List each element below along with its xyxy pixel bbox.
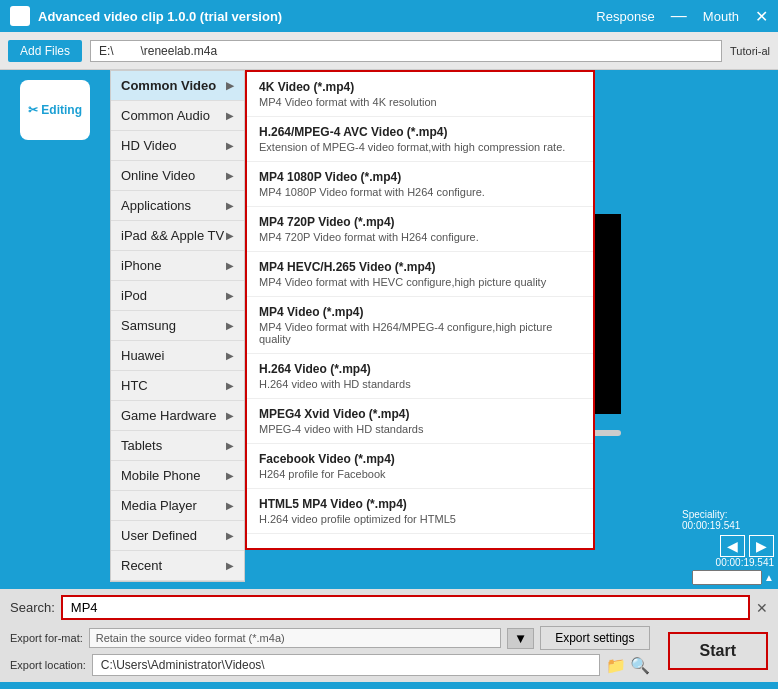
category-label: Tablets (121, 438, 162, 453)
category-item-common-video[interactable]: Common Video▶ (111, 71, 244, 101)
category-label: Huawei (121, 348, 164, 363)
category-label: iPhone (121, 258, 161, 273)
category-label: Online Video (121, 168, 195, 183)
category-arrow: ▶ (226, 380, 234, 391)
location-row: Export location: 📁 🔍 (10, 654, 650, 676)
title-bar: Advanced video clip 1.0.0 (trial version… (0, 0, 778, 32)
category-arrow: ▶ (226, 200, 234, 211)
format-item[interactable]: HTML5 MP4 Video (*.mp4)H.264 video profi… (247, 489, 593, 534)
format-desc: H264 profile for Facebook (259, 468, 581, 480)
category-item-ipad-apple-tv[interactable]: iPad && Apple TV▶ (111, 221, 244, 251)
category-item-applications[interactable]: Applications▶ (111, 191, 244, 221)
category-label: HTC (121, 378, 148, 393)
format-title: H.264 Video (*.mp4) (259, 362, 581, 376)
zoom-in-btn[interactable]: ▶ (749, 535, 774, 557)
format-item[interactable]: Facebook Video (*.mp4)H264 profile for F… (247, 444, 593, 489)
format-item[interactable]: MP4 HEVC/H.265 Video (*.mp4)MP4 Video fo… (247, 252, 593, 297)
logo-text: ✂ Editing (28, 103, 82, 117)
format-desc: H.264 video profile optimized for HTML5 (259, 513, 581, 525)
format-item[interactable]: MP4 Video (*.mp4)MP4 Video format with H… (247, 297, 593, 354)
search-clear-button[interactable]: ✕ (756, 600, 768, 616)
format-item[interactable]: H.264/MPEG-4 AVC Video (*.mp4)Extension … (247, 117, 593, 162)
category-item-samsung[interactable]: Samsung▶ (111, 311, 244, 341)
format-title: 4K Video (*.mp4) (259, 80, 581, 94)
app-title: Advanced video clip 1.0.0 (trial version… (38, 9, 282, 24)
search-location-button[interactable]: 🔍 (630, 656, 650, 675)
format-title: MP4 HEVC/H.265 Video (*.mp4) (259, 260, 581, 274)
category-arrow: ▶ (226, 530, 234, 541)
category-item-mobile-phone[interactable]: Mobile Phone▶ (111, 461, 244, 491)
export-settings-button[interactable]: Export settings (540, 626, 649, 650)
category-arrow: ▶ (226, 140, 234, 151)
add-files-button[interactable]: Add Files (8, 40, 82, 62)
category-arrow: ▶ (226, 440, 234, 451)
location-path-input[interactable] (92, 654, 600, 676)
category-item-hd-video[interactable]: HD Video▶ (111, 131, 244, 161)
category-item-game-hardware[interactable]: Game Hardware▶ (111, 401, 244, 431)
category-arrow: ▶ (226, 350, 234, 361)
category-label: Common Audio (121, 108, 210, 123)
format-title: MP4 Video (*.mp4) (259, 305, 581, 319)
spinner-up[interactable]: ▲ (764, 572, 774, 583)
category-item-common-audio[interactable]: Common Audio▶ (111, 101, 244, 131)
category-item-online-video[interactable]: Online Video▶ (111, 161, 244, 191)
category-item-huawei[interactable]: Huawei▶ (111, 341, 244, 371)
search-label: Search: (10, 600, 55, 615)
category-arrow: ▶ (226, 320, 234, 331)
format-desc: MP4 Video format with 4K resolution (259, 96, 581, 108)
time-end-input[interactable] (692, 570, 762, 585)
category-item-tablets[interactable]: Tablets▶ (111, 431, 244, 461)
time-range: 00:00:19.541 (716, 557, 774, 568)
toolbar: Add Files Tutori-al (0, 32, 778, 70)
close-btn[interactable]: ✕ (755, 7, 768, 26)
file-path-input[interactable] (90, 40, 722, 62)
location-label: Export location: (10, 659, 86, 671)
start-button[interactable]: Start (668, 632, 768, 670)
export-format-row: Export for-mat: Retain the source video … (10, 626, 650, 650)
format-item[interactable]: H.264 Video (*.mp4)H.264 video with HD s… (247, 354, 593, 399)
location-icons: 📁 🔍 (606, 656, 650, 675)
format-list: 4K Video (*.mp4)MP4 Video format with 4K… (245, 70, 595, 550)
category-label: Samsung (121, 318, 176, 333)
app-icon (10, 6, 30, 26)
category-item-iphone[interactable]: iPhone▶ (111, 251, 244, 281)
zoom-out-btn[interactable]: ◀ (720, 535, 745, 557)
format-item[interactable]: MP4 720P Video (*.mp4)MP4 720P Video for… (247, 207, 593, 252)
tutorial-label: Tutori-al (730, 45, 770, 57)
category-item-recent[interactable]: Recent▶ (111, 551, 244, 581)
category-arrow: ▶ (226, 80, 234, 91)
category-arrow: ▶ (226, 470, 234, 481)
export-format-select[interactable]: Retain the source video format (*.m4a) (89, 628, 501, 648)
title-bar-right: Response — Mouth ✕ (596, 7, 768, 26)
category-label: Mobile Phone (121, 468, 201, 483)
category-label: Recent (121, 558, 162, 573)
format-item[interactable]: 4K Video (*.mp4)MP4 Video format with 4K… (247, 72, 593, 117)
format-title: MPEG4 Xvid Video (*.mp4) (259, 407, 581, 421)
category-label: Applications (121, 198, 191, 213)
format-title: MP4 720P Video (*.mp4) (259, 215, 581, 229)
category-item-media-player[interactable]: Media Player▶ (111, 491, 244, 521)
bottom-left: Export for-mat: Retain the source video … (10, 626, 650, 676)
category-item-htc[interactable]: HTC▶ (111, 371, 244, 401)
search-input[interactable] (61, 595, 750, 620)
format-item[interactable]: MP4 1080P Video (*.mp4)MP4 1080P Video f… (247, 162, 593, 207)
category-label: HD Video (121, 138, 176, 153)
category-arrow: ▶ (226, 260, 234, 271)
minimize-btn[interactable]: — (671, 7, 687, 25)
bottom-right: Start (650, 626, 768, 676)
format-desc: Extension of MPEG-4 video format,with hi… (259, 141, 581, 153)
category-arrow: ▶ (226, 410, 234, 421)
format-item[interactable]: MPEG4 Xvid Video (*.mp4)MPEG-4 video wit… (247, 399, 593, 444)
bottom-main-row: Export for-mat: Retain the source video … (10, 626, 768, 676)
bottom-area: Search: ✕ Export for-mat: Retain the sou… (0, 589, 778, 682)
category-label: iPad && Apple TV (121, 228, 224, 243)
export-dropdown-btn[interactable]: ▼ (507, 628, 534, 649)
format-desc: MP4 1080P Video format with H264 configu… (259, 186, 581, 198)
category-label: Game Hardware (121, 408, 216, 423)
format-desc: H.264 video with HD standards (259, 378, 581, 390)
category-arrow: ▶ (226, 110, 234, 121)
category-item-user-defined[interactable]: User Defined▶ (111, 521, 244, 551)
specialty-label: Speciality: 00:00:19.541 (682, 509, 774, 531)
category-item-ipod[interactable]: iPod▶ (111, 281, 244, 311)
folder-browse-button[interactable]: 📁 (606, 656, 626, 675)
